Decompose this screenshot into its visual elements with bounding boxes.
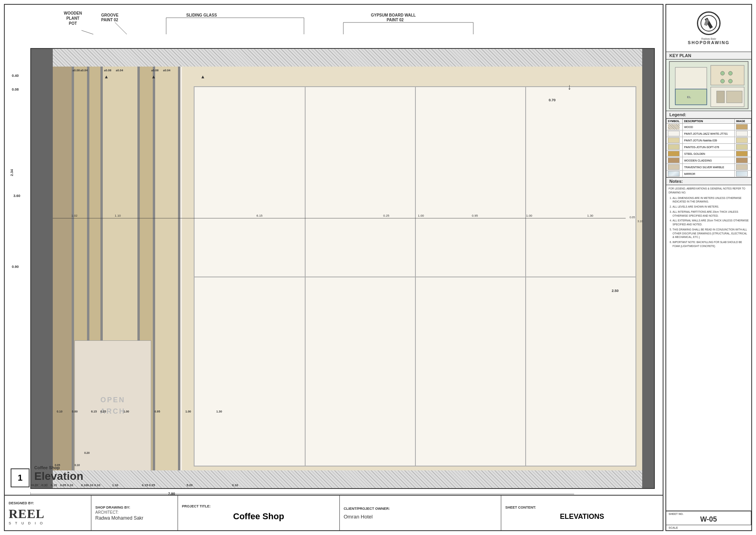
legend-sym-mirror <box>667 171 683 177</box>
svg-text:EL: EL <box>687 95 691 99</box>
client-label: CLIENT/PROJECT OWNER: <box>344 507 497 511</box>
legend-sym-paint3 <box>667 144 683 150</box>
legend-img-paint3 <box>735 144 751 150</box>
open-arch-text: OPEN ARCH <box>100 394 126 417</box>
legend-sym-wood <box>667 124 683 130</box>
key-plan-content: EL <box>666 59 751 111</box>
sheet-info-area: SHEET NO. W-05 SCALE <box>666 511 751 530</box>
dim-004-3: ±0.04 <box>163 69 170 72</box>
legend-row-paint1: PAINT-JOTUN-JAZZ WHITE-JT701 <box>667 130 751 137</box>
logo-brand-name: Radwa Bakr <box>701 37 716 40</box>
drawing-main-title: Elevation <box>34 471 83 482</box>
legend-col-image: IMAGE <box>735 119 751 124</box>
legend-table: SYMBOL DESCRIPTION IMAGE WOOD <box>666 119 751 177</box>
svg-text:SLIDING GLASS: SLIDING GLASS <box>186 13 217 17</box>
sheet-content-value: ELEVATIONS <box>505 513 659 521</box>
elevation-box: OPEN ARCH ↓ <box>30 48 655 489</box>
legend-img-wood <box>735 124 751 130</box>
legend-desc-wood: WOOD <box>683 124 735 130</box>
svg-text:PAINT 02: PAINT 02 <box>387 18 404 22</box>
svg-line-0 <box>82 30 93 34</box>
client-name: Omran Hotel <box>344 514 497 520</box>
drawing-subtitle: Coffee Shop <box>34 465 83 470</box>
annotation-lines-top: GROOVE PAINT 02 SLIDING GLASS GYPSUM BOA… <box>28 9 655 34</box>
open-arch: OPEN ARCH <box>74 340 151 470</box>
shop-drawing-by-cell: Shop Drawing BY: ARCHITECT: Radwa Mohame… <box>91 496 178 530</box>
bottom-dim-row1: +0.20 0.30 0.15 0.05 0.10 0.100.10 0.10 … <box>30 483 574 487</box>
dim-008-2: ±0.08 <box>104 69 111 72</box>
legend-img-mirror <box>735 171 751 177</box>
title-block: DESIGNED BY: REEL S T U D I O Shop Drawi… <box>5 495 663 530</box>
notes-header: Notes: <box>666 178 751 185</box>
note-4: ALL EXTERNAL WALLS ARE 20cm THICK UNLESS… <box>673 219 749 227</box>
svg-rect-47 <box>717 91 724 103</box>
project-title-label: PROJECT TITLE: <box>182 504 335 508</box>
legend-desc-paint1: PAINT-JOTUN-JAZZ WHITE-JT701 <box>683 130 735 137</box>
drawing-scale-label: SCALE <box>34 483 83 488</box>
scale-row: SCALE <box>666 525 751 530</box>
note-3: ALL INTERNAL PARTITIONS ARE 20cm THICK U… <box>673 210 749 218</box>
designed-by-cell: DESIGNED BY: REEL S T U D I O <box>5 496 91 530</box>
up-arrow-1: ▼ <box>104 74 109 80</box>
svg-point-44 <box>728 71 732 75</box>
inner-area: OPEN ARCH ↓ <box>53 67 642 470</box>
legend-img-paint1 <box>735 130 751 137</box>
notes-section: Notes: FOR LEGEND, ABBREVIATIONS & GENER… <box>666 178 751 511</box>
legend-desc-paint2: PAINT-JOTUN-Nakhla-039 <box>683 137 735 144</box>
svg-point-45 <box>721 79 724 83</box>
up-arrow-2: ▼ <box>151 74 156 80</box>
legend-section: Legend: SYMBOL DESCRIPTION IMAGE WOOD <box>666 111 751 178</box>
legend-sym-paint1 <box>667 130 683 137</box>
reel-logo-text: REEL <box>9 507 87 521</box>
note-1: ALL DIMENSIONS ARE IN METERS UNLESS OTHE… <box>673 196 749 204</box>
notes-intro: FOR LEGEND, ABBREVIATIONS & GENERAL NOTE… <box>669 187 749 195</box>
logo-svg <box>700 15 717 32</box>
legend-row-wood-clad: WOODEN CLADDING <box>667 157 751 164</box>
project-title-value: Coffee Shop <box>182 511 335 522</box>
reel-logo-container: REEL S T U D I O <box>9 507 87 525</box>
shop-drawing-name: Radwa Mohamed Sakr <box>95 515 174 521</box>
note-6: IMPORTANT NOTE: BACKFILLING FOR SLAB SHO… <box>673 240 749 248</box>
legend-row-steel: STEEL GOLDEN <box>667 150 751 157</box>
legend-col-symbol: SYMBOL <box>667 119 683 124</box>
legend-sym-wood-clad <box>667 157 683 164</box>
legend-row-paint2: PAINT-JOTUN-Nakhla-039 <box>667 137 751 144</box>
notes-list: ALL DIMENSIONS ARE IN METERS UNLESS OTHE… <box>669 196 749 248</box>
key-plan-header: KEY PLAN <box>666 52 751 59</box>
dim-008-3: ±0.08 <box>151 69 159 72</box>
drawing-number-badge: 1 <box>11 468 30 487</box>
legend-col-desc: DESCRIPTION <box>683 119 735 124</box>
up-arrow-3: ▼ <box>200 74 205 80</box>
svg-point-46 <box>728 79 732 83</box>
legend-tbody: WOOD PAINT-JOTUN-JAZZ WHITE-JT701 PAINT-… <box>667 124 751 177</box>
sheet-content-label: SHEET CONTENT: <box>505 505 659 509</box>
legend-header: Legend: <box>666 111 751 119</box>
svg-text:GYPSUM BOARD WALL: GYPSUM BOARD WALL <box>371 13 416 17</box>
svg-point-43 <box>721 71 724 75</box>
left-column <box>31 49 53 488</box>
dim-left-234: 2.34 <box>10 169 14 176</box>
note-5: THIS DRAWING SHALL BE READ IN CONJUNCTIO… <box>673 228 749 239</box>
svg-text:PAINT 02: PAINT 02 <box>101 18 119 22</box>
gypsum-area: ↓ <box>182 67 642 470</box>
dim-008-1: ±0.08 <box>72 69 80 72</box>
dim-250: 2.50 <box>611 289 619 293</box>
cabinet-frame <box>194 86 636 466</box>
legend-desc-travertino: TRAVENTINO SILVER MARBLE <box>683 164 735 171</box>
svg-line-3 <box>115 22 127 34</box>
legend-img-paint2 <box>735 137 751 144</box>
legend-img-wood-clad <box>735 157 751 164</box>
legend-sym-paint2 <box>667 137 683 144</box>
logo-area: Radwa Bakr SHOPDRAWING <box>666 5 751 52</box>
annotation-top: WOODEN PLANT POT GROOVE PAINT 02 SLIDING… <box>28 9 655 28</box>
sheet-content-cell: SHEET CONTENT: ELEVATIONS <box>501 496 663 530</box>
down-arrow-gypsum: ↓ <box>567 82 571 91</box>
shop-drawing-role: ARCHITECT: <box>95 510 174 515</box>
logo-circle <box>697 11 721 35</box>
dim-left-360: 3.60 <box>13 194 20 198</box>
right-column <box>642 49 654 488</box>
sheet-no-cell: SHEET NO. W-05 <box>666 511 751 525</box>
legend-desc-paint3: PAINT0S-JOTUN-SOFT-076 <box>683 144 735 150</box>
right-panel: Radwa Bakr SHOPDRAWING KEY PLAN EL <box>665 4 752 531</box>
hatch-top <box>31 49 654 67</box>
